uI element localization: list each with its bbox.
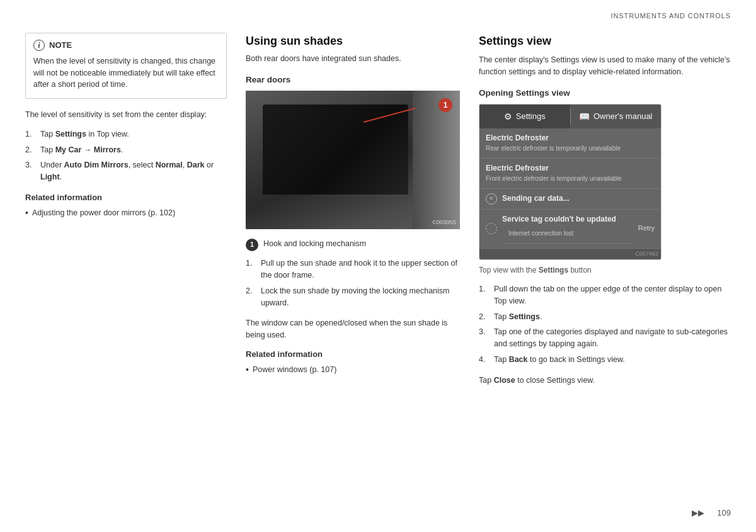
list-item: 2. Tap Settings. — [479, 311, 731, 323]
callout-text: Hook and locking mechanism — [263, 238, 366, 250]
info-icon: i — [33, 40, 45, 51]
settings-ui-body: Electric Defroster Rear electric defrost… — [479, 128, 661, 249]
list-item: Power windows (p. 107) — [246, 364, 460, 376]
settings-item-3-text: Sending car data... — [502, 193, 655, 204]
tap-close-text: Tap Close to close Settings view. — [479, 375, 731, 387]
note-box: i NOTE When the level of sensitivity is … — [25, 33, 227, 99]
rear-doors-subtitle: Rear doors — [246, 74, 460, 86]
step-text: Lock the sun shade by moving the locking… — [261, 285, 460, 309]
page-content: i NOTE When the level of sensitivity is … — [0, 26, 756, 407]
left-column: i NOTE When the level of sensitivity is … — [25, 33, 227, 394]
retry-button[interactable]: Retry — [638, 224, 655, 234]
sun-shades-intro: Both rear doors have integrated sun shad… — [246, 53, 460, 65]
section-title: INSTRUMENTS AND CONTROLS — [611, 12, 731, 20]
opening-settings-title: Opening Settings view — [479, 87, 731, 99]
middle-related-bullets: Power windows (p. 107) — [246, 364, 460, 376]
list-item: Adjusting the power door mirrors (p. 102… — [25, 207, 227, 220]
note-title: i NOTE — [33, 40, 219, 52]
list-item: 3. Tap one of the categories displayed a… — [479, 326, 731, 350]
settings-tab-settings: ⚙ Settings — [479, 105, 570, 128]
settings-item-4-title: Service tag couldn't be updated — [502, 214, 633, 225]
related-bullets: Adjusting the power door mirrors (p. 102… — [25, 207, 227, 220]
list-item: 3. Under Auto Dim Mirrors, select Normal… — [25, 159, 227, 183]
related-info-title: Related information — [25, 192, 227, 204]
page-footer: ▶▶ 109 — [692, 507, 731, 519]
settings-item-title-2: Electric Defroster — [486, 163, 655, 174]
steps-list: 1. Tap Settings in Top view. 2. Tap My C… — [25, 128, 227, 183]
settings-steps: 1. Pull down the tab on the upper edge o… — [479, 283, 731, 366]
image-id: C00305S — [432, 218, 456, 227]
list-item: 4. Tap Back to go back in Settings view. — [479, 354, 731, 366]
step-text: Tap one of the categories displayed and … — [494, 326, 731, 350]
settings-view-title: Settings view — [479, 33, 731, 49]
book-icon: 📖 — [579, 110, 590, 123]
page-header: INSTRUMENTS AND CONTROLS — [0, 0, 756, 26]
car-door-image-container: 1 C00305S — [246, 91, 460, 229]
door-frame — [413, 91, 460, 229]
bullet-text: Adjusting the power door mirrors (p. 102… — [32, 207, 175, 220]
gear-icon: ⚙ — [504, 110, 512, 123]
settings-item-4-sub: Internet connection lost — [502, 225, 633, 244]
sensitivity-text: The level of sensitivity is set from the… — [25, 109, 227, 121]
settings-ui-mockup: ⚙ Settings 📖 Owner's manual Electric Def… — [479, 104, 662, 260]
note-text: When the level of sensitivity is changed… — [33, 55, 219, 91]
right-column: Settings view The center display's Setti… — [479, 33, 731, 394]
settings-tab-label: Settings — [516, 111, 546, 123]
list-item: 1. Pull down the tab on the upper edge o… — [479, 283, 731, 307]
callout-badge: 1 — [246, 239, 258, 251]
callout-row: 1 Hook and locking mechanism — [246, 238, 460, 251]
related-info-title-2: Related information — [246, 349, 460, 361]
settings-item-2: Electric Defroster Front electric defros… — [479, 159, 661, 189]
settings-item-3-title: Sending car data... — [502, 193, 655, 204]
using-sun-shades-title: Using sun shades — [246, 33, 460, 49]
list-item: 2. Tap My Car → Mirrors. — [25, 144, 227, 156]
settings-item-sub-1: Rear electric defroster is temporarily u… — [486, 144, 655, 154]
middle-column: Using sun shades Both rear doors have in… — [246, 33, 460, 394]
list-item: 1. Pull up the sun shade and hook it to … — [246, 258, 460, 281]
circle-icon — [486, 223, 497, 234]
owners-manual-tab-label: Owner's manual — [593, 111, 653, 123]
settings-item-sub-2: Front electric defroster is temporarily … — [486, 174, 655, 184]
callout-number: 1 — [250, 240, 254, 250]
badge-number: 1 — [444, 100, 448, 111]
car-door-image: 1 C00305S — [246, 91, 460, 229]
settings-item-4: Service tag couldn't be updated Internet… — [479, 210, 661, 249]
bullet-text: Power windows (p. 107) — [253, 364, 336, 376]
window-area — [263, 105, 408, 195]
list-item: 2. Lock the sun shade by moving the lock… — [246, 285, 460, 309]
page-number: 109 — [717, 507, 731, 519]
settings-item-3: Sending car data... — [479, 189, 661, 210]
step-text: Pull down the tab on the upper edge of t… — [494, 283, 731, 307]
settings-item-4-text: Service tag couldn't be updated Internet… — [502, 214, 633, 244]
x-icon — [486, 193, 497, 205]
settings-item-1: Electric Defroster Rear electric defrost… — [479, 128, 661, 159]
window-note: The window can be opened/closed when the… — [246, 317, 460, 341]
nav-arrows: ▶▶ — [692, 507, 704, 519]
settings-caption: Top view with the Settings button — [479, 265, 731, 276]
note-label: NOTE — [49, 40, 72, 52]
list-item: 1. Tap Settings in Top view. — [25, 128, 227, 140]
settings-tabs: ⚙ Settings 📖 Owner's manual — [479, 105, 661, 128]
step-text: Pull up the sun shade and hook it to the… — [261, 258, 460, 281]
car-door-background: 1 C00305S — [246, 91, 460, 229]
settings-item-title-1: Electric Defroster — [486, 133, 655, 144]
settings-image-id: C007462 — [479, 249, 661, 259]
sun-shade-steps: 1. Pull up the sun shade and hook it to … — [246, 258, 460, 308]
settings-intro: The center display's Settings view is us… — [479, 54, 731, 78]
settings-tab-owners-manual: 📖 Owner's manual — [571, 105, 662, 128]
